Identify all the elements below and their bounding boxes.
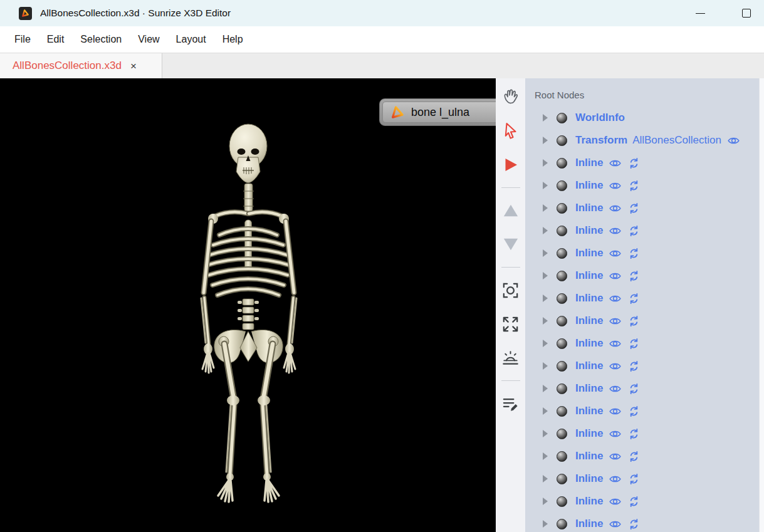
eye-icon[interactable] [609,157,622,170]
expand-triangle-icon[interactable] [543,452,548,460]
refresh-icon[interactable] [627,405,641,418]
refresh-icon[interactable] [627,247,641,260]
menu-edit[interactable]: Edit [39,30,73,49]
node-type-label[interactable]: Inline [575,269,603,282]
eye-icon[interactable] [609,202,622,215]
node-type-label[interactable]: Inline [575,224,603,237]
outline-node-inline[interactable]: Inline [525,445,759,467]
skeleton-model[interactable] [0,78,496,530]
outline-node-inline[interactable]: Inline [525,197,759,219]
node-type-label[interactable]: Inline [575,157,603,169]
expand-triangle-icon[interactable] [543,182,548,189]
refresh-icon[interactable] [627,292,641,305]
node-type-label[interactable]: Inline [575,247,603,259]
eye-icon[interactable] [609,179,622,192]
refresh-icon[interactable] [627,450,641,463]
look-at-selection-button[interactable] [500,279,522,301]
tab-close-icon[interactable]: × [130,61,137,71]
menu-selection[interactable]: Selection [72,30,130,49]
hand-tool-button[interactable] [500,86,522,108]
node-type-label[interactable]: WorldInfo [575,112,625,124]
refresh-icon[interactable] [627,427,641,441]
menu-help[interactable]: Help [214,30,251,49]
node-type-label[interactable]: Inline [575,427,603,440]
refresh-icon[interactable] [627,157,641,170]
outline-node-inline[interactable]: Inline [525,400,759,422]
eye-icon[interactable] [609,247,622,260]
arrow-select-button[interactable] [500,120,522,142]
outline-node-inline[interactable]: Inline [525,242,759,264]
outline-node-inline[interactable]: Inline [525,264,759,287]
refresh-icon[interactable] [627,179,641,192]
outline-node-inline[interactable]: Inline [525,467,759,490]
expand-triangle-icon[interactable] [543,520,548,528]
refresh-icon[interactable] [627,495,641,508]
expand-triangle-icon[interactable] [543,249,548,257]
expand-triangle-icon[interactable] [543,407,548,415]
refresh-icon[interactable] [627,360,641,373]
outline-node-inline[interactable]: Inline [525,490,759,513]
eye-icon[interactable] [609,495,622,508]
menu-file[interactable]: File [6,30,39,49]
node-type-label[interactable]: Inline [575,495,603,508]
outline-node-inline[interactable]: Inline [525,377,759,400]
outline-node-inline[interactable]: Inline [525,310,759,332]
node-type-label[interactable]: Inline [575,179,603,192]
expand-triangle-icon[interactable] [543,272,548,279]
expand-triangle-icon[interactable] [543,475,548,482]
refresh-icon[interactable] [627,315,641,328]
play-button[interactable] [500,154,522,176]
viewport-3d[interactable]: bone l_ulna [0,78,496,532]
node-type-label[interactable]: Inline [575,518,603,530]
refresh-icon[interactable] [627,269,641,283]
node-type-label[interactable]: Transform [575,134,627,147]
panel-scrollbar[interactable] [759,78,764,532]
outline-node-inline[interactable]: Inline [525,513,759,532]
expand-triangle-icon[interactable] [543,362,548,370]
eye-icon[interactable] [609,337,622,350]
node-name-label[interactable]: AllBonesCollection [632,134,721,147]
eye-icon[interactable] [609,518,622,531]
node-type-label[interactable]: Inline [575,405,603,417]
sunrise-light-button[interactable] [500,347,522,369]
eye-icon[interactable] [727,134,740,147]
expand-triangle-icon[interactable] [543,137,548,144]
outline-node-inline[interactable]: Inline [525,287,759,310]
minimize-button[interactable] [691,4,709,22]
outline-node-inline[interactable]: Inline [525,219,759,242]
eye-icon[interactable] [609,405,622,418]
expand-triangle-icon[interactable] [543,227,548,234]
eye-icon[interactable] [609,269,622,283]
outline-node-transform[interactable]: TransformAllBonesCollection [525,129,759,152]
node-type-label[interactable]: Inline [575,337,603,350]
node-type-label[interactable]: Inline [575,292,603,305]
edit-source-button[interactable] [500,392,522,415]
node-type-label[interactable]: Inline [575,315,603,327]
expand-triangle-icon[interactable] [543,498,548,505]
eye-icon[interactable] [609,427,622,441]
eye-icon[interactable] [609,360,622,373]
expand-triangle-icon[interactable] [543,204,548,212]
expand-triangle-icon[interactable] [543,159,548,167]
fit-view-button[interactable] [500,313,522,335]
node-type-label[interactable]: Inline [575,360,603,372]
node-type-label[interactable]: Inline [575,450,603,462]
refresh-icon[interactable] [627,518,641,531]
refresh-icon[interactable] [627,224,641,237]
refresh-icon[interactable] [627,382,641,395]
outline-node-inline[interactable]: Inline [525,332,759,355]
expand-triangle-icon[interactable] [543,295,548,302]
move-up-button[interactable] [500,199,522,222]
maximize-button[interactable] [738,4,755,22]
tab-allbonescollection[interactable]: AllBonesCollection.x3d × [0,53,162,78]
node-type-label[interactable]: Inline [575,382,603,395]
refresh-icon[interactable] [627,472,641,486]
expand-triangle-icon[interactable] [543,385,548,392]
eye-icon[interactable] [609,382,622,395]
outline-node-worldinfo[interactable]: WorldInfo [525,107,759,129]
refresh-icon[interactable] [627,337,641,350]
eye-icon[interactable] [609,472,622,486]
node-type-label[interactable]: Inline [575,472,603,485]
refresh-icon[interactable] [627,202,641,215]
eye-icon[interactable] [609,450,622,463]
